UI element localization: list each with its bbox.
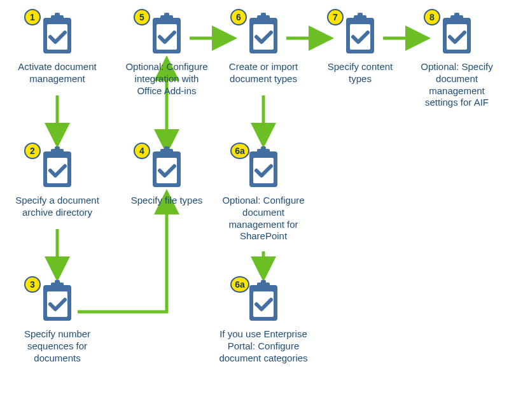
step-badge: 6 [230,9,247,25]
step-label: Create or import document types [219,61,308,85]
step-1: 1 Activate document management [13,13,102,85]
clipboard-check-icon [148,13,186,57]
step-label: Specify file types [122,195,211,207]
step-6a: 6a Optional: Configure document manageme… [219,146,308,242]
step-label: Optional: Configure integration with Off… [122,61,211,97]
step-badge: 2 [24,143,41,159]
step-label: Specify a document archive directory [13,195,102,219]
step-label: Specify content types [316,61,405,85]
step-6: 6 Create or import document types [219,13,308,85]
step-label: Specify number sequences for documents [13,328,102,364]
step-badge: 5 [134,9,150,25]
step-4: 4 Specify file types [122,146,211,207]
step-7: 7 Specify content types [316,13,405,85]
clipboard-check-icon [244,13,282,57]
clipboard-check-icon [38,13,76,57]
step-label: If you use Enterprise Portal: Configure … [219,328,308,364]
clipboard-check-icon [438,13,476,57]
step-badge: 4 [134,143,150,159]
step-label: Optional: Configure document management … [219,195,308,242]
step-label: Activate document management [13,61,102,85]
clipboard-check-icon [148,146,186,191]
step-3: 3 Specify number sequences for documents [13,280,102,364]
step-badge: 8 [424,9,440,25]
step-badge: 6a [230,143,249,159]
clipboard-check-icon [38,280,76,325]
step-8: 8 Optional: Specify document management … [412,13,501,109]
step-badge: 3 [24,276,41,293]
step-5: 5 Optional: Configure integration with O… [122,13,211,97]
step-label: Optional: Specify document management se… [412,61,501,109]
clipboard-check-icon [341,13,379,57]
step-badge: 6a [230,276,249,293]
step-6b: 6a If you use Enterprise Portal: Configu… [219,280,308,364]
step-badge: 7 [327,9,344,25]
step-2: 2 Specify a document archive directory [13,146,102,219]
step-badge: 1 [24,9,41,25]
clipboard-check-icon [38,146,76,191]
diagram-canvas: 1 Activate document management 5 Optiona… [0,0,516,420]
clipboard-check-icon [244,280,282,325]
clipboard-check-icon [244,146,282,191]
